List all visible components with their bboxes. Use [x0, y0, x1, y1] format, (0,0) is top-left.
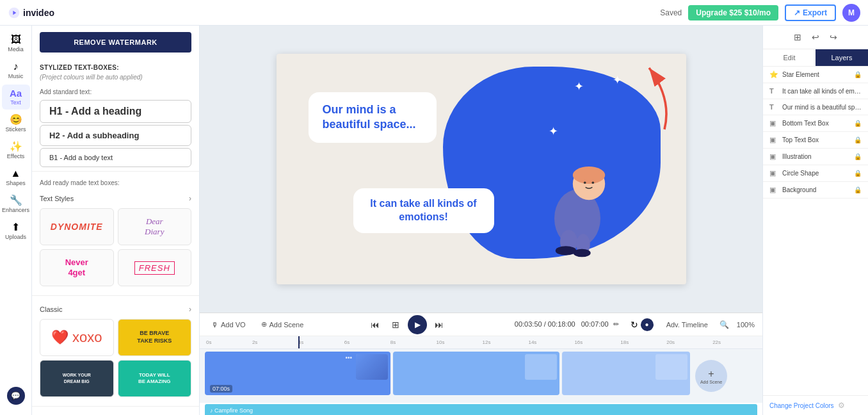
- scene-track-2[interactable]: [393, 352, 559, 395]
- tab-edit[interactable]: Edit: [763, 49, 816, 66]
- layer-star-element[interactable]: ⭐ Star Element 🔒: [763, 67, 868, 83]
- effects-icon: ✨: [10, 142, 22, 152]
- classic-card-xoxo[interactable]: ❤️ xoxo: [40, 319, 114, 356]
- add-ready-label: Add ready made text boxes:: [32, 175, 199, 189]
- skip-back-button[interactable]: ⏮: [367, 316, 383, 333]
- scene-thumb-3: [655, 354, 687, 380]
- text-styles-grid: DYNOMITE DearDiary Never4get FRESH: [32, 206, 199, 291]
- sidebar-item-shapes[interactable]: ▲ Shapes: [2, 165, 30, 190]
- text-layer-icon-2: T: [769, 103, 778, 111]
- style-card-dear-diary[interactable]: DearDiary: [118, 208, 192, 245]
- loop-controls: ↻ ●: [631, 318, 654, 331]
- lock-icon: 🔒: [854, 71, 862, 78]
- lock-icon-3: 🔒: [854, 136, 862, 143]
- h1-button[interactable]: H1 - Add a heading: [40, 100, 191, 123]
- classic-card-work[interactable]: WORK YOURDREAM BIG: [40, 360, 114, 397]
- lock-icon-4: 🔒: [854, 153, 862, 160]
- lock-icon-2: 🔒: [854, 120, 862, 127]
- timeline-toolbar: 🎙 Add VO ⊕ Add Scene ⏮ ⊞ ▶ ⏭ 00:03:50 / …: [200, 313, 762, 336]
- play-button[interactable]: ▶: [408, 315, 427, 334]
- settings-icon: ⚙: [838, 401, 845, 410]
- layer-top-text-box[interactable]: ▣ Top Text Box 🔒: [763, 132, 868, 149]
- avatar[interactable]: M: [842, 4, 860, 22]
- classic-card-teal[interactable]: TODAY WILLBE AMAZING: [118, 360, 192, 397]
- upgrade-button[interactable]: Upgrade $25 $10/mo: [688, 5, 778, 20]
- sidebar-item-effects[interactable]: ✨ Effects: [2, 138, 30, 163]
- layer-text-1[interactable]: T It can take all kinds of emo...: [763, 83, 868, 99]
- scene-thumb-2: [525, 354, 557, 380]
- divider3: [32, 406, 199, 407]
- layers-list: ⭐ Star Element 🔒 T It can take all kinds…: [763, 67, 868, 395]
- icon-sidebar: 🖼 Media ♪ Music Aa Text 😊 Stickers ✨ Eff…: [0, 26, 32, 415]
- divider: [32, 171, 199, 172]
- chat-icon-container[interactable]: 💬: [7, 387, 25, 410]
- style-card-fresh[interactable]: FRESH: [118, 249, 192, 286]
- layer-circle-shape[interactable]: ▣ Circle Shape 🔒: [763, 165, 868, 182]
- lock-icon-5: 🔒: [854, 170, 862, 177]
- canvas-text-1: Our mind is a beautiful space...: [323, 102, 422, 133]
- chevron-right-icon: ›: [189, 194, 191, 203]
- classic-card-brave[interactable]: BE BRAVETAKE RISKS: [118, 319, 192, 356]
- svg-point-5: [583, 181, 586, 184]
- layer-background[interactable]: ▣ Background 🔒: [763, 182, 868, 199]
- redo-icon[interactable]: ↪: [826, 29, 841, 45]
- zoom-controls: 🔍 100%: [719, 320, 755, 329]
- add-standard-label: Add standard text:: [32, 85, 199, 98]
- star-decoration-1: ✦: [574, 79, 584, 94]
- text-styles-row[interactable]: Text Styles ›: [32, 189, 199, 206]
- layer-bottom-text-box[interactable]: ▣ Bottom Text Box 🔒: [763, 115, 868, 132]
- storyboard-button[interactable]: ⊞: [387, 316, 404, 333]
- add-scene-track-button[interactable]: + Add Scene: [695, 360, 727, 392]
- text-box-top[interactable]: Our mind is a beautiful space...: [309, 92, 437, 143]
- star-icon: ⭐: [769, 70, 778, 79]
- box-icon-1: ▣: [769, 119, 778, 127]
- sidebar-item-uploads[interactable]: ⬆ Uploads: [2, 218, 30, 244]
- box-icon-2: ▣: [769, 136, 778, 144]
- main-layout: 🖼 Media ♪ Music Aa Text 😊 Stickers ✨ Eff…: [0, 26, 868, 415]
- sidebar-item-enhancers[interactable]: 🔧 Enhancers: [2, 191, 30, 217]
- chat-icon[interactable]: 💬: [7, 387, 25, 405]
- sidebar-item-media[interactable]: 🖼 Media: [2, 31, 30, 56]
- music-track[interactable]: ♪ Campfire Song: [205, 404, 757, 415]
- edit-duration-icon[interactable]: ✏: [613, 320, 619, 328]
- sidebar-item-stickers[interactable]: 😊 Stickers: [2, 111, 30, 136]
- enhancers-icon: 🔧: [10, 195, 22, 206]
- text-styles-label: Text Styles: [40, 195, 74, 202]
- playhead[interactable]: [298, 336, 300, 348]
- layer-illustration[interactable]: ▣ Illustration 🔒: [763, 149, 868, 165]
- right-panel: ⊞ ↩ ↪ Edit Layers ⭐ Star Element 🔒 T It …: [762, 26, 868, 415]
- timeline-ruler: 0s 2s 4s 6s 8s 10s 12s 14s 16s 18s 20s 2…: [200, 336, 762, 349]
- undo-icon[interactable]: ↩: [808, 29, 823, 45]
- add-vo-button[interactable]: 🎙 Add VO: [207, 319, 250, 330]
- remove-watermark-button[interactable]: REMOVE WATERMARK: [40, 32, 191, 53]
- canvas-area: ✦ ✦ ✦ Our mind is a beautiful space... I…: [200, 26, 762, 415]
- b1-button[interactable]: B1 - Add a body text: [40, 148, 191, 167]
- lock-icon-6: 🔒: [854, 186, 862, 193]
- uploads-icon: ⬆: [12, 222, 20, 232]
- record-button[interactable]: ●: [641, 318, 654, 331]
- layer-text-2[interactable]: T Our mind is a beautiful spa...: [763, 99, 868, 115]
- canvas[interactable]: ✦ ✦ ✦ Our mind is a beautiful space... I…: [277, 54, 686, 284]
- export-button[interactable]: ↗ Export: [785, 4, 836, 21]
- style-card-never4get[interactable]: Never4get: [40, 249, 114, 286]
- text-box-bottom[interactable]: It can take all kinds of emotions!: [353, 188, 494, 233]
- music-icon: ♪: [13, 61, 19, 72]
- adv-timeline-button[interactable]: Adv. Timeline: [666, 321, 708, 329]
- scene-track-3[interactable]: [562, 352, 690, 395]
- sidebar-item-text[interactable]: Aa Text: [2, 85, 30, 110]
- divider2: [32, 295, 199, 296]
- tab-layers[interactable]: Layers: [816, 49, 868, 66]
- scene-track-1[interactable]: 07:00s •••: [205, 352, 390, 395]
- classic-row[interactable]: Classic ›: [32, 300, 199, 316]
- topbar: invideo Saved Upgrade $25 $10/mo ↗ Expor…: [0, 0, 868, 26]
- skip-forward-button[interactable]: ⏭: [431, 316, 447, 333]
- change-project-colors[interactable]: Change Project Colors ⚙: [763, 395, 868, 415]
- loop-icon[interactable]: ↻: [631, 320, 638, 330]
- modern-row[interactable]: Modern ›: [32, 411, 199, 415]
- sidebar-item-music[interactable]: ♪ Music: [2, 58, 30, 83]
- add-scene-button[interactable]: ⊕ Add Scene: [257, 318, 308, 330]
- style-card-dynomite[interactable]: DYNOMITE: [40, 208, 114, 245]
- h2-button[interactable]: H2 - Add a subheading: [40, 125, 191, 146]
- classic-label: Classic: [40, 305, 62, 313]
- grid-view-icon[interactable]: ⊞: [790, 29, 805, 45]
